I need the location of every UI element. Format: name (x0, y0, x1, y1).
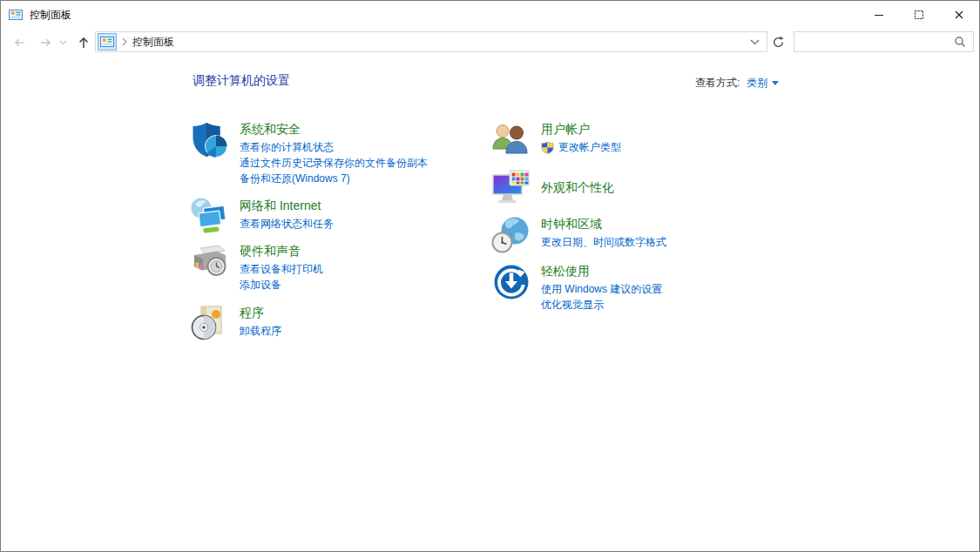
system-security-icon[interactable] (190, 120, 230, 160)
category-ease-of-access: 轻松使用 使用 Windows 建议的设置 优化视觉显示 (491, 262, 662, 313)
chevron-down-icon (750, 39, 760, 45)
view-by-dropdown[interactable]: 类别 (747, 76, 779, 91)
link-add-device[interactable]: 添加设备 (240, 277, 323, 293)
category-title-appearance-personalization[interactable]: 外观和个性化 (541, 179, 614, 196)
control-panel-window: 控制面板 (0, 0, 980, 552)
programs-icon[interactable] (190, 304, 230, 344)
breadcrumb-chevron-icon[interactable] (122, 37, 127, 46)
address-dropdown-button[interactable] (750, 39, 760, 45)
close-icon (952, 8, 966, 22)
control-panel-icon (9, 8, 23, 22)
search-input[interactable] (794, 36, 954, 48)
hardware-sound-icon[interactable] (190, 242, 230, 282)
link-uninstall-program[interactable]: 卸载程序 (240, 323, 281, 339)
category-appearance-personalization: 外观和个性化 (491, 168, 614, 208)
clock-region-icon[interactable] (491, 215, 531, 255)
category-hardware-sound: 硬件和声音 查看设备和打印机 添加设备 (190, 242, 323, 293)
window-controls (859, 1, 979, 29)
link-windows-suggested-settings[interactable]: 使用 Windows 建议的设置 (541, 281, 662, 297)
category-clock-region: 时钟和区域 更改日期、时间或数字格式 (491, 215, 666, 255)
category-system-security: 系统和安全 查看你的计算机状态 通过文件历史记录保存你的文件备份副本 备份和还原… (190, 120, 428, 186)
uac-shield-icon (541, 141, 554, 154)
close-button[interactable] (939, 1, 979, 29)
user-accounts-icon[interactable] (491, 120, 531, 160)
category-user-accounts: 用户帐户 (491, 120, 621, 160)
content-area: 调整计算机的设置 查看方式: 类别 (1, 56, 979, 551)
link-view-devices-printers[interactable]: 查看设备和打印机 (240, 261, 323, 277)
link-view-computer-status[interactable]: 查看你的计算机状态 (240, 139, 428, 155)
view-by-label: 查看方式: (695, 76, 740, 91)
link-change-date-time-number-formats[interactable]: 更改日期、时间或数字格式 (541, 234, 666, 250)
category-title-user-accounts[interactable]: 用户帐户 (541, 121, 621, 138)
category-title-programs[interactable]: 程序 (240, 305, 281, 321)
navigation-bar: 控制面板 (1, 29, 979, 57)
recent-pages-button[interactable] (58, 39, 67, 46)
back-button[interactable] (11, 35, 27, 50)
view-by-value: 类别 (747, 76, 767, 91)
ease-of-access-icon[interactable] (491, 262, 531, 302)
appearance-personalization-icon[interactable] (491, 168, 531, 208)
forward-button[interactable] (37, 35, 53, 50)
window-title: 控制面板 (30, 8, 71, 23)
search-icon[interactable] (954, 36, 966, 48)
control-panel-icon (100, 35, 114, 49)
address-location-icon-box[interactable] (98, 34, 116, 50)
breadcrumb[interactable]: 控制面板 (132, 35, 174, 50)
minimize-icon (872, 8, 886, 22)
link-optimize-visual-display[interactable]: 优化视觉显示 (541, 297, 662, 313)
maximize-icon (912, 8, 926, 22)
minimize-button[interactable] (859, 1, 899, 29)
back-arrow-icon (12, 36, 27, 50)
link-backup-restore-win7[interactable]: 备份和还原(Windows 7) (240, 171, 428, 186)
link-file-history-backup[interactable]: 通过文件历史记录保存你的文件备份副本 (240, 155, 428, 171)
address-bar[interactable]: 控制面板 (95, 31, 767, 52)
category-title-hardware-sound[interactable]: 硬件和声音 (240, 243, 323, 259)
refresh-button[interactable] (771, 35, 786, 50)
search-box (794, 31, 974, 52)
link-change-account-type[interactable]: 更改帐户类型 (558, 139, 621, 155)
category-title-system-security[interactable]: 系统和安全 (240, 121, 428, 138)
dropdown-arrow-icon (772, 81, 779, 85)
up-arrow-icon (77, 36, 91, 50)
page-title: 调整计算机的设置 (193, 73, 290, 89)
category-title-clock-region[interactable]: 时钟和区域 (541, 216, 666, 232)
category-network-internet: 网络和 Internet 查看网络状态和任务 (190, 197, 334, 237)
up-button[interactable] (76, 35, 91, 50)
title-bar: 控制面板 (1, 1, 979, 29)
category-title-network-internet[interactable]: 网络和 Internet (240, 198, 334, 214)
category-programs: 程序 卸载程序 (190, 304, 281, 344)
forward-arrow-icon (38, 36, 53, 50)
view-by-control: 查看方式: 类别 (695, 76, 779, 91)
link-view-network-status[interactable]: 查看网络状态和任务 (240, 216, 334, 232)
maximize-button[interactable] (899, 1, 939, 29)
chevron-down-icon (59, 40, 67, 45)
network-internet-icon[interactable] (190, 197, 230, 237)
refresh-icon (772, 36, 785, 49)
category-title-ease-of-access[interactable]: 轻松使用 (541, 263, 662, 279)
